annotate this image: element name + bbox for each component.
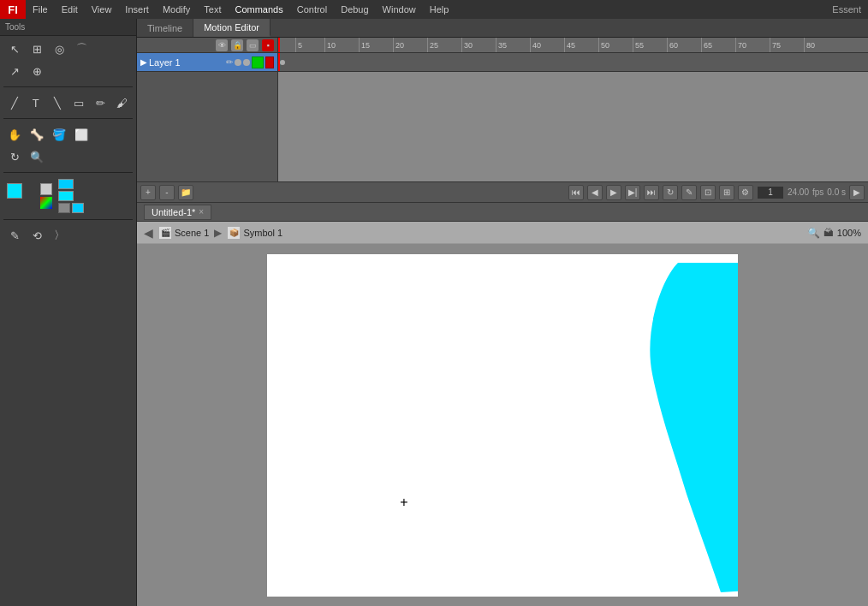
mark-55: 55 [633, 38, 644, 52]
layer-dot [235, 59, 241, 66]
right-panel: Timeline Motion Editor 👁 🔒 ▭ ▪ 5 10 15 2… [137, 19, 868, 606]
menu-modify[interactable]: Modify [156, 3, 197, 16]
gradient-tool[interactable]: ◎ [48, 38, 70, 60]
scene-breadcrumb[interactable]: 🎬 Scene 1 [158, 226, 209, 240]
scene-label: Scene 1 [175, 228, 209, 238]
menu-insert[interactable]: Insert [118, 3, 156, 16]
layer-expand-icon: ▶ [140, 57, 147, 67]
menu-view[interactable]: View [85, 3, 119, 16]
zoom-icon-2[interactable]: 🏔 [823, 227, 834, 239]
menu-text[interactable]: Text [197, 3, 228, 16]
time-arrow-btn[interactable]: ▶ [849, 185, 865, 200]
settings-btn[interactable]: ⚙ [738, 185, 753, 200]
frames-area[interactable] [278, 53, 868, 181]
layer-folder-btn[interactable]: 📁 [178, 185, 193, 200]
stroke-tool[interactable]: ╲ [46, 92, 68, 114]
snap-tool[interactable]: ⟲ [26, 224, 48, 247]
eraser-tool[interactable]: ⬜ [70, 123, 92, 146]
mark-80: 80 [804, 38, 815, 52]
tab-motion-editor[interactable]: Motion Editor [193, 19, 271, 37]
doc-tab-item[interactable]: Untitled-1* × [144, 205, 211, 220]
menubar: Fl File Edit View Insert Modify Text Com… [0, 0, 868, 19]
mark-75: 75 [770, 38, 781, 52]
canvas-area[interactable]: + [137, 244, 868, 606]
tab-timeline[interactable]: Timeline [137, 19, 193, 37]
play-btn[interactable]: ▶ [606, 185, 621, 200]
rotate-tool[interactable]: ↻ [3, 146, 26, 168]
hand-tool[interactable]: ✋ [3, 123, 26, 146]
zoom-area: 🔍 🏔 100% [807, 227, 861, 239]
menu-control[interactable]: Control [290, 3, 334, 16]
symbol-breadcrumb[interactable]: 📦 Symbol 1 [227, 226, 282, 240]
mark-5: 5 [295, 38, 302, 52]
fill-color-swatch[interactable] [58, 191, 74, 201]
edit-frames-btn[interactable]: ✎ [681, 185, 697, 200]
back-arrow[interactable]: ◀ [144, 226, 153, 240]
eye-icon[interactable]: 👁 [216, 39, 228, 51]
3d-rotate-tool[interactable]: ⊕ [26, 60, 48, 82]
paint-bucket-tool[interactable]: 🪣 [48, 123, 70, 146]
timeline-ruler: 👁 🔒 ▭ ▪ 5 10 15 20 25 30 35 40 45 50 55 [137, 38, 868, 53]
color-section [0, 175, 136, 217]
pencil-tool[interactable]: ✏ [90, 92, 111, 114]
zoom-tool[interactable]: 🔍 [26, 146, 48, 168]
bone-tool[interactable]: 🦴 [26, 123, 48, 146]
mark-45: 45 [564, 38, 575, 52]
subsel-tool[interactable]: ↗ [3, 60, 26, 82]
canvas-stage: + [267, 254, 738, 597]
layer-row-1[interactable]: ▶ Layer 1 ✏ [137, 53, 277, 72]
resize-btn[interactable]: ⊡ [700, 185, 716, 200]
cyan-shape [650, 263, 738, 592]
text-tool[interactable]: T [25, 92, 46, 114]
last-frame-btn[interactable]: ⏭ [644, 185, 659, 200]
menu-help[interactable]: Help [423, 3, 456, 16]
rectangle-tool[interactable]: ▭ [68, 92, 90, 114]
toolbar-panel: Tools ↖ ⊞ ◎ ⌒ ↗ ⊕ ╱ T ╲ ▭ ✏ 🖌 [0, 19, 137, 606]
timeline-controls: + - 📁 ⏮ ◀ ▶ ▶| ⏭ ↻ ✎ ⊡ ⊞ ⚙ 1 24.00 fps 0… [137, 181, 868, 202]
first-frame-btn[interactable]: ⏮ [568, 185, 584, 200]
no-color[interactable] [40, 183, 52, 195]
next-frame-btn[interactable]: ▶| [625, 185, 640, 200]
outline-icon[interactable]: ▭ [247, 39, 259, 51]
playhead-ruler [278, 38, 280, 52]
swap-colors[interactable] [40, 197, 52, 209]
stroke-color-swatch[interactable] [58, 179, 74, 189]
loop-btn[interactable]: ↻ [663, 185, 678, 200]
smooth-tool[interactable]: 〉 [48, 224, 70, 247]
prev-frame-btn[interactable]: ◀ [587, 185, 603, 200]
symbol-icon: 📦 [227, 226, 241, 240]
color-extra-1[interactable] [58, 203, 70, 213]
mark-40: 40 [530, 38, 541, 52]
essentials-label: Essent [832, 4, 868, 15]
free-transform-tool[interactable]: ⊞ [26, 38, 48, 60]
selection-tool[interactable]: ↖ [3, 38, 26, 60]
pencil-icon: ✏ [226, 57, 233, 67]
lasso-tool[interactable]: ⌒ [70, 38, 92, 60]
mark-35: 35 [496, 38, 507, 52]
scene-icon: 🎬 [158, 226, 172, 240]
mark-25: 25 [427, 38, 438, 52]
frame-number-input[interactable]: 1 [757, 186, 784, 199]
mark-50: 50 [598, 38, 609, 52]
frame-icon[interactable]: ▪ [262, 39, 274, 51]
add-layer-btn[interactable]: + [140, 185, 156, 200]
doc-tab-close[interactable]: × [199, 207, 204, 217]
menu-debug[interactable]: Debug [334, 3, 375, 16]
color-extra-2[interactable] [72, 203, 84, 213]
menu-file[interactable]: File [26, 3, 55, 16]
mark-70: 70 [735, 38, 746, 52]
main-layout: Tools ↖ ⊞ ◎ ⌒ ↗ ⊕ ╱ T ╲ ▭ ✏ 🖌 [0, 19, 868, 606]
menu-window[interactable]: Window [376, 3, 423, 16]
line-tool[interactable]: ╱ [3, 92, 25, 114]
delete-layer-btn[interactable]: - [159, 185, 175, 200]
brush-tool[interactable]: 🖌 [111, 92, 133, 114]
lock-icon[interactable]: 🔒 [231, 39, 243, 51]
menu-commands[interactable]: Commands [228, 3, 289, 16]
fill-color[interactable] [7, 183, 22, 199]
mark-30: 30 [461, 38, 473, 52]
edit-tool[interactable]: ✎ [3, 224, 26, 247]
tools-label: Tools [0, 19, 136, 36]
menu-edit[interactable]: Edit [55, 3, 85, 16]
resize2-btn[interactable]: ⊞ [719, 185, 734, 200]
zoom-out-icon[interactable]: 🔍 [807, 227, 820, 239]
